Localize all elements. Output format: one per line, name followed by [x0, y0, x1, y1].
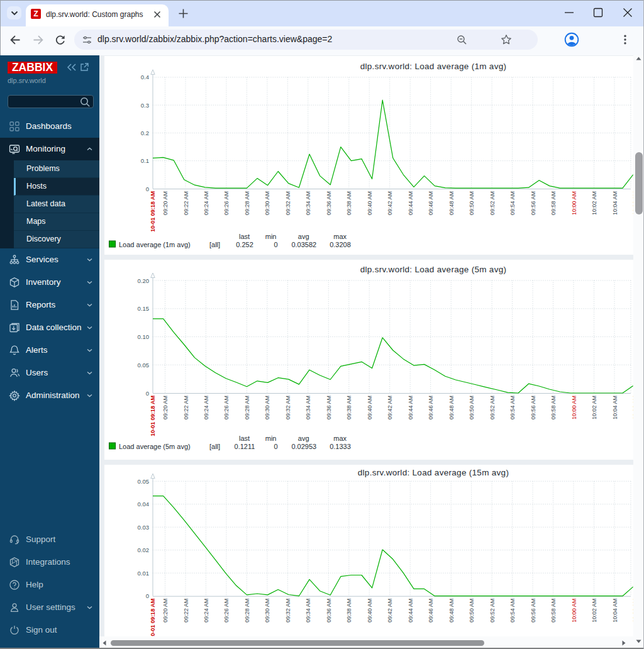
svg-text:0.2: 0.2 [141, 130, 149, 136]
svg-text:Load average (5m avg): Load average (5m avg) [119, 443, 191, 450]
svg-text:max: max [333, 435, 347, 442]
svg-text:09:46 AM: 09:46 AM [428, 396, 434, 419]
svg-text:0.4: 0.4 [141, 74, 149, 80]
svg-text:0.1: 0.1 [141, 157, 149, 164]
svg-text:0.05: 0.05 [138, 478, 150, 485]
svg-text:0.3: 0.3 [141, 102, 149, 109]
svg-text:09:56 AM: 09:56 AM [530, 599, 536, 623]
svg-text:09:32 AM: 09:32 AM [285, 396, 291, 419]
svg-text:0: 0 [146, 186, 149, 192]
svg-text:09:48 AM: 09:48 AM [448, 396, 455, 419]
svg-text:09:32 AM: 09:32 AM [285, 599, 291, 623]
svg-text:0.03582: 0.03582 [291, 241, 316, 248]
svg-text:10-01 09:18 AM: 10-01 09:18 AM [150, 396, 156, 436]
svg-text:09:56 AM: 09:56 AM [530, 396, 536, 419]
svg-text:09:24 AM: 09:24 AM [203, 396, 209, 419]
svg-text:0: 0 [274, 443, 277, 450]
svg-text:09:26 AM: 09:26 AM [223, 191, 230, 215]
svg-text:09:28 AM: 09:28 AM [244, 191, 250, 215]
svg-text:0.1211: 0.1211 [235, 443, 255, 450]
svg-text:[all]: [all] [209, 443, 220, 450]
svg-text:09:48 AM: 09:48 AM [448, 191, 455, 215]
svg-text:09:52 AM: 09:52 AM [489, 396, 496, 419]
svg-text:avg: avg [298, 233, 309, 240]
svg-text:last: last [239, 435, 250, 442]
svg-text:09:42 AM: 09:42 AM [387, 396, 393, 419]
svg-text:10:04 AM: 10:04 AM [612, 191, 618, 215]
svg-text:09:30 AM: 09:30 AM [264, 599, 270, 623]
svg-text:09:58 AM: 09:58 AM [550, 396, 557, 419]
svg-text:09:56 AM: 09:56 AM [530, 191, 536, 215]
svg-text:09:52 AM: 09:52 AM [489, 191, 496, 215]
svg-text:0.10: 0.10 [138, 333, 150, 340]
svg-text:09:50 AM: 09:50 AM [469, 396, 475, 419]
svg-text:09:22 AM: 09:22 AM [183, 599, 189, 623]
svg-text:0.05: 0.05 [138, 362, 150, 369]
svg-text:09:36 AM: 09:36 AM [326, 599, 332, 623]
svg-text:10:02 AM: 10:02 AM [591, 191, 597, 215]
svg-text:09:30 AM: 09:30 AM [264, 396, 270, 419]
svg-text:09:28 AM: 09:28 AM [244, 396, 250, 419]
svg-text:09:36 AM: 09:36 AM [326, 396, 332, 419]
svg-text:0.252: 0.252 [236, 241, 253, 248]
svg-text:09:54 AM: 09:54 AM [509, 599, 516, 623]
svg-text:Load average (1m avg): Load average (1m avg) [119, 241, 191, 248]
svg-text:10:04 AM: 10:04 AM [612, 396, 618, 419]
svg-text:09:26 AM: 09:26 AM [223, 599, 230, 623]
svg-text:10:02 AM: 10:02 AM [591, 396, 597, 419]
svg-text:09:20 AM: 09:20 AM [162, 396, 169, 419]
svg-text:10-01 09:18 AM: 10-01 09:18 AM [150, 599, 156, 640]
svg-text:0: 0 [146, 390, 149, 397]
svg-text:09:58 AM: 09:58 AM [550, 599, 557, 623]
svg-text:0.15: 0.15 [138, 305, 150, 312]
svg-text:0.20: 0.20 [138, 277, 150, 284]
svg-text:09:24 AM: 09:24 AM [203, 191, 209, 215]
svg-text:09:38 AM: 09:38 AM [346, 191, 352, 215]
svg-text:09:24 AM: 09:24 AM [203, 599, 209, 623]
svg-text:09:42 AM: 09:42 AM [387, 599, 393, 623]
svg-text:09:20 AM: 09:20 AM [162, 191, 169, 215]
svg-text:0: 0 [274, 241, 277, 248]
svg-text:10:00 AM: 10:00 AM [571, 599, 577, 623]
svg-text:09:44 AM: 09:44 AM [408, 396, 414, 419]
svg-text:09:44 AM: 09:44 AM [408, 191, 414, 215]
svg-text:min: min [265, 233, 277, 240]
svg-text:09:22 AM: 09:22 AM [183, 191, 189, 215]
svg-text:09:46 AM: 09:46 AM [428, 191, 434, 215]
svg-text:0.03: 0.03 [138, 524, 150, 531]
svg-text:09:34 AM: 09:34 AM [305, 396, 311, 419]
svg-text:09:28 AM: 09:28 AM [244, 599, 250, 623]
svg-text:09:20 AM: 09:20 AM [162, 599, 169, 623]
svg-text:09:40 AM: 09:40 AM [367, 599, 373, 623]
svg-text:09:38 AM: 09:38 AM [346, 396, 352, 419]
svg-text:10:02 AM: 10:02 AM [591, 599, 597, 623]
svg-text:avg: avg [298, 435, 309, 442]
svg-text:09:58 AM: 09:58 AM [550, 191, 557, 215]
svg-text:0.02953: 0.02953 [291, 443, 316, 450]
svg-text:09:38 AM: 09:38 AM [346, 599, 352, 623]
svg-text:09:40 AM: 09:40 AM [367, 191, 373, 215]
svg-text:0.04: 0.04 [138, 501, 150, 508]
svg-text:09:34 AM: 09:34 AM [305, 599, 311, 623]
svg-text:last: last [239, 233, 250, 240]
svg-text:dlp.srv.world: Load average (1: dlp.srv.world: Load average (15m avg) [358, 468, 509, 477]
svg-text:09:30 AM: 09:30 AM [264, 191, 270, 215]
svg-text:09:46 AM: 09:46 AM [428, 599, 434, 623]
svg-text:0.1333: 0.1333 [330, 443, 351, 450]
svg-text:09:48 AM: 09:48 AM [448, 599, 455, 623]
svg-text:09:40 AM: 09:40 AM [367, 396, 373, 419]
svg-text:10:00 AM: 10:00 AM [571, 191, 577, 215]
svg-text:09:54 AM: 09:54 AM [509, 191, 516, 215]
svg-text:09:54 AM: 09:54 AM [509, 396, 516, 419]
svg-text:09:22 AM: 09:22 AM [183, 396, 189, 419]
svg-text:09:52 AM: 09:52 AM [489, 599, 496, 623]
svg-text:dlp.srv.world: Load average (1: dlp.srv.world: Load average (1m avg) [360, 62, 507, 71]
svg-text:09:50 AM: 09:50 AM [469, 599, 475, 623]
svg-text:09:42 AM: 09:42 AM [387, 191, 393, 215]
svg-text:min: min [265, 435, 277, 442]
svg-text:dlp.srv.world: Load average (5: dlp.srv.world: Load average (5m avg) [360, 265, 507, 274]
svg-text:0.02: 0.02 [138, 546, 150, 553]
svg-text:0.3208: 0.3208 [330, 241, 351, 248]
svg-text:09:32 AM: 09:32 AM [285, 191, 291, 215]
svg-text:10:04 AM: 10:04 AM [612, 599, 618, 623]
